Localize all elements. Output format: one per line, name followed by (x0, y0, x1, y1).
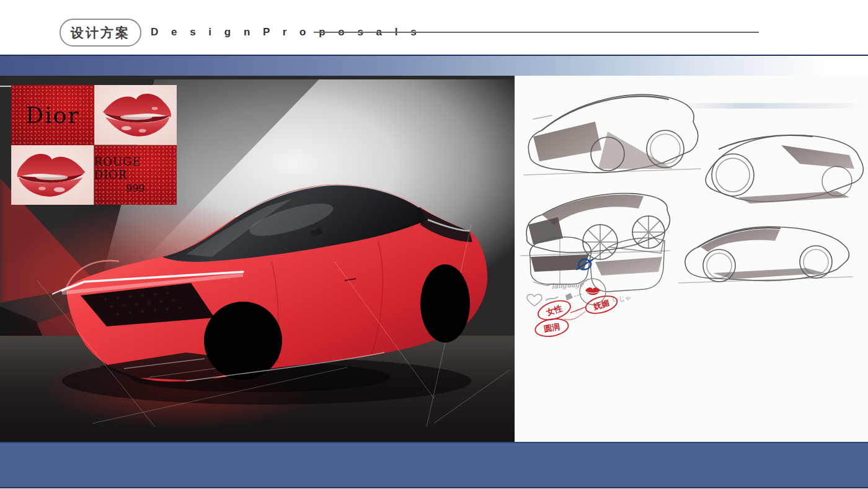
sketch-panel: language いじゃ 女性 (515, 76, 868, 442)
shade-number-label: 999 (126, 182, 145, 194)
lips-illustration (11, 145, 94, 205)
design-proposals-slide: 设计方案 D e s i g n P r o p o s a l s (0, 0, 868, 489)
sketch-rear-three-quarter (706, 135, 863, 204)
lips-illustration (94, 85, 177, 145)
product-line-label: ROUGE DIOR (94, 155, 177, 181)
sketch-side-profile (679, 227, 852, 283)
svg-text:妩媚: 妩媚 (592, 298, 611, 311)
lips-closeup-image (94, 85, 177, 145)
main-content: Dior (0, 76, 868, 442)
title-pill: 设计方案 (60, 19, 141, 47)
svg-text:女性: 女性 (544, 303, 564, 318)
svg-text:圆润: 圆润 (543, 321, 560, 333)
car-render-panel: Dior (0, 76, 515, 442)
red-lips-icon (585, 287, 600, 295)
sketch-front-three-quarter (524, 95, 701, 175)
sketch-spoke-wheel-front (521, 194, 670, 259)
heart-icon (565, 293, 573, 300)
dior-brand-label: Dior (11, 85, 94, 145)
top-gradient-bar (0, 55, 868, 76)
rouge-dior-label: ROUGE DIOR 999 (94, 145, 177, 205)
lips-closeup-image (11, 145, 94, 205)
slide-header: 设计方案 D e s i g n P r o p o s a l s (0, 0, 868, 55)
header-rule (314, 32, 759, 33)
lipstick-texture-image: Dior (11, 85, 94, 145)
page-title-cn: 设计方案 (71, 24, 130, 42)
car-sketches-image: language いじゃ 女性 (515, 76, 868, 442)
bottom-bar (0, 442, 868, 488)
lipstick-texture-image: ROUGE DIOR 999 (94, 145, 177, 205)
dior-reference-grid: Dior (11, 85, 177, 205)
heart-icon (527, 294, 542, 306)
